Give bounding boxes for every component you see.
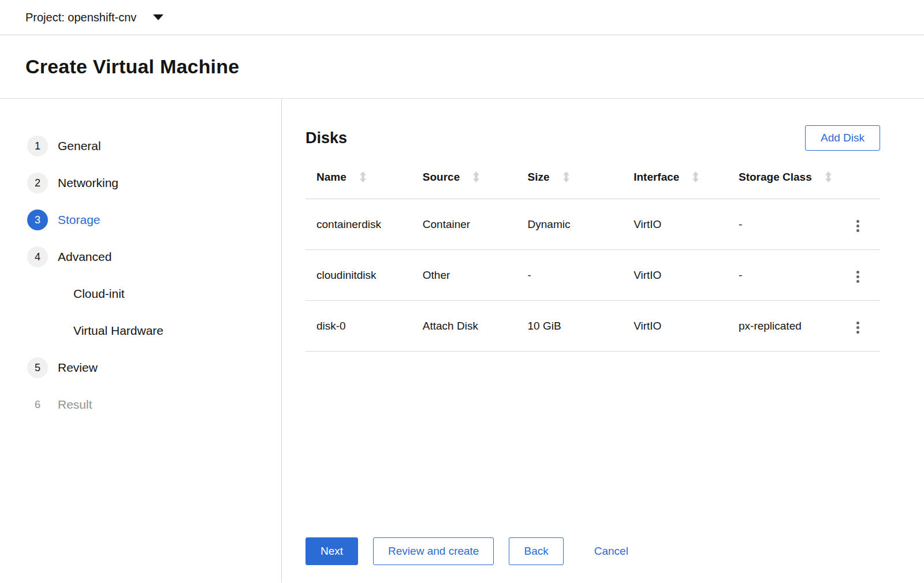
column-header-storage-class[interactable]: Storage Class xyxy=(728,164,842,199)
wizard-steps-sidebar: 1 General 2 Networking 3 Storage 4 Advan… xyxy=(0,99,282,582)
sort-both-icon xyxy=(825,171,832,182)
step-number-badge: 5 xyxy=(27,357,48,378)
storage-step-panel: Disks Add Disk Name Source Size xyxy=(282,99,924,582)
next-button[interactable]: Next xyxy=(305,537,358,565)
project-bar: Project: openshift-cnv xyxy=(0,0,924,35)
disk-row-cloudinitdisk: cloudinitdisk Other - VirtIO - xyxy=(305,250,880,301)
step-label: General xyxy=(58,139,101,153)
step-number-badge: 2 xyxy=(27,173,48,193)
cell-interface: VirtIO xyxy=(623,301,728,352)
sort-both-icon xyxy=(472,171,480,182)
wizard-step-networking[interactable]: 2 Networking xyxy=(0,165,281,201)
step-label: Virtual Hardware xyxy=(73,324,163,338)
caret-down-icon xyxy=(153,14,163,20)
step-label: Cloud-init xyxy=(73,287,125,301)
sort-both-icon xyxy=(562,171,570,182)
step-label: Result xyxy=(58,398,92,412)
cell-source: Attach Disk xyxy=(412,301,517,352)
cell-storage-class: px-replicated xyxy=(728,301,842,352)
project-selector-label: Project: openshift-cnv xyxy=(25,11,136,24)
column-header-size[interactable]: Size xyxy=(517,164,623,199)
step-number-badge: 3 xyxy=(27,210,48,230)
disks-table-header-row: Name Source Size Interface Storage Class xyxy=(305,164,880,199)
page-header: Create Virtual Machine xyxy=(0,35,924,99)
wizard-step-virtual-hardware[interactable]: Virtual Hardware xyxy=(0,312,281,349)
disks-heading: Disks xyxy=(305,129,347,147)
page-title: Create Virtual Machine xyxy=(25,55,239,78)
wizard-step-result: 6 Result xyxy=(0,386,281,423)
wizard-step-general[interactable]: 1 General xyxy=(0,128,281,165)
disk-row-containerdisk: containerdisk Container Dynamic VirtIO - xyxy=(305,199,880,250)
step-number-badge: 4 xyxy=(27,246,48,267)
add-disk-button[interactable]: Add Disk xyxy=(805,125,880,151)
disks-header: Disks Add Disk xyxy=(305,125,880,151)
step-label: Storage xyxy=(58,213,100,227)
column-header-name[interactable]: Name xyxy=(305,164,412,199)
cell-source: Container xyxy=(412,199,517,250)
wizard-step-cloud-init[interactable]: Cloud-init xyxy=(0,275,281,312)
wizard-body: 1 General 2 Networking 3 Storage 4 Advan… xyxy=(0,99,924,582)
kebab-menu-icon[interactable] xyxy=(853,216,863,236)
disks-table: Name Source Size Interface Storage Class xyxy=(305,164,880,352)
cell-storage-class: - xyxy=(728,250,842,301)
cell-name: containerdisk xyxy=(305,199,412,250)
step-number-badge: 1 xyxy=(27,136,48,156)
sort-both-icon xyxy=(692,171,699,182)
step-label: Advanced xyxy=(58,250,111,264)
cell-name: cloudinitdisk xyxy=(305,250,412,301)
column-header-interface[interactable]: Interface xyxy=(623,164,728,199)
column-header-source[interactable]: Source xyxy=(412,164,517,199)
wizard-step-storage[interactable]: 3 Storage xyxy=(0,201,281,238)
cancel-button[interactable]: Cancel xyxy=(594,545,628,558)
cell-size: - xyxy=(517,250,623,301)
review-and-create-button[interactable]: Review and create xyxy=(373,537,494,565)
wizard-step-review[interactable]: 5 Review xyxy=(0,349,281,386)
kebab-menu-icon[interactable] xyxy=(853,318,863,337)
wizard-step-advanced[interactable]: 4 Advanced xyxy=(0,238,281,275)
cell-interface: VirtIO xyxy=(623,199,728,250)
sort-both-icon xyxy=(359,171,367,182)
step-label: Networking xyxy=(58,176,118,190)
kebab-menu-icon[interactable] xyxy=(853,267,863,286)
project-selector[interactable]: Project: openshift-cnv xyxy=(25,11,163,24)
disk-row-disk-0: disk-0 Attach Disk 10 GiB VirtIO px-repl… xyxy=(305,301,880,352)
step-label: Review xyxy=(58,361,98,375)
step-number-badge: 6 xyxy=(27,394,48,415)
column-header-actions xyxy=(842,164,880,199)
cell-size: Dynamic xyxy=(517,199,623,250)
wizard-footer: Next Review and create Back Cancel xyxy=(305,537,880,565)
cell-interface: VirtIO xyxy=(623,250,728,301)
back-button[interactable]: Back xyxy=(509,537,563,565)
cell-size: 10 GiB xyxy=(517,301,623,352)
cell-source: Other xyxy=(412,250,517,301)
cell-name: disk-0 xyxy=(305,301,412,352)
cell-storage-class: - xyxy=(728,199,842,250)
